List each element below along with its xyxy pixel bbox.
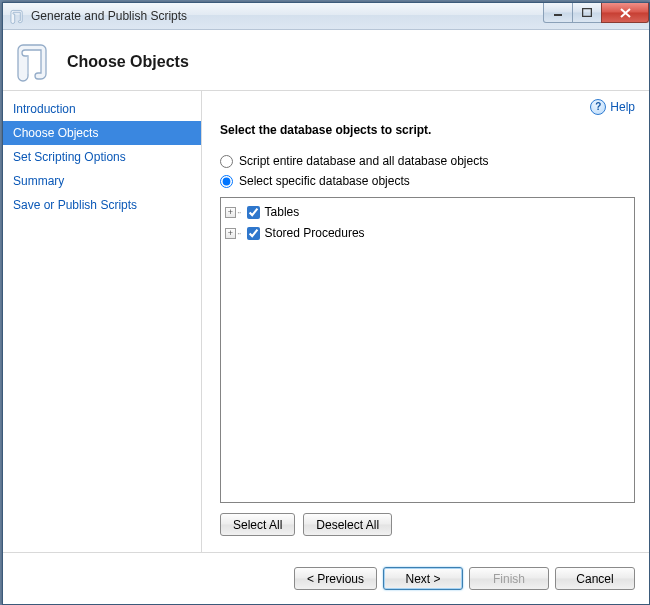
help-icon: ? xyxy=(590,99,606,115)
wizard-footer: < Previous Next > Finish Cancel xyxy=(3,552,649,604)
scroll-icon xyxy=(17,42,53,82)
tree-connector-icon: ·· xyxy=(237,226,241,241)
radio-select-specific-input[interactable] xyxy=(220,175,233,188)
app-scroll-icon xyxy=(9,8,25,24)
select-all-button[interactable]: Select All xyxy=(220,513,295,536)
svg-rect-1 xyxy=(583,9,592,17)
wizard-header: Choose Objects xyxy=(3,30,649,90)
help-link[interactable]: ? Help xyxy=(590,99,635,115)
sidebar-item-save-or-publish-scripts[interactable]: Save or Publish Scripts xyxy=(3,193,201,217)
window-controls xyxy=(544,3,649,23)
svg-rect-0 xyxy=(554,14,562,16)
expand-icon[interactable]: + xyxy=(225,207,236,218)
expand-icon[interactable]: + xyxy=(225,228,236,239)
wizard-window: Generate and Publish Scripts Choose Obje… xyxy=(2,2,650,605)
finish-button[interactable]: Finish xyxy=(469,567,549,590)
object-tree[interactable]: + ·· Tables + ·· Stored Procedures xyxy=(220,197,635,503)
tree-node-stored-procedures[interactable]: + ·· Stored Procedures xyxy=(223,223,632,244)
close-button[interactable] xyxy=(601,3,649,23)
maximize-button[interactable] xyxy=(572,3,602,23)
instruction-text: Select the database objects to script. xyxy=(220,123,635,137)
wizard-body: Introduction Choose Objects Set Scriptin… xyxy=(3,91,649,552)
sidebar-item-summary[interactable]: Summary xyxy=(3,169,201,193)
window-title: Generate and Publish Scripts xyxy=(31,9,187,23)
cancel-button[interactable]: Cancel xyxy=(555,567,635,590)
tree-node-label: Stored Procedures xyxy=(265,226,365,241)
radio-select-specific-label[interactable]: Select specific database objects xyxy=(239,174,410,188)
selection-buttons: Select All Deselect All xyxy=(220,513,635,536)
checkbox-tables[interactable] xyxy=(247,206,260,219)
minimize-button[interactable] xyxy=(543,3,573,23)
page-heading: Choose Objects xyxy=(67,53,189,71)
deselect-all-button[interactable]: Deselect All xyxy=(303,513,392,536)
next-button[interactable]: Next > xyxy=(383,567,463,590)
checkbox-stored-procedures[interactable] xyxy=(247,227,260,240)
sidebar-item-introduction[interactable]: Introduction xyxy=(3,97,201,121)
radio-script-entire-input[interactable] xyxy=(220,155,233,168)
previous-button[interactable]: < Previous xyxy=(294,567,377,590)
tree-node-tables[interactable]: + ·· Tables xyxy=(223,202,632,223)
help-label: Help xyxy=(610,100,635,114)
radio-script-entire-label[interactable]: Script entire database and all database … xyxy=(239,154,489,168)
sidebar-item-set-scripting-options[interactable]: Set Scripting Options xyxy=(3,145,201,169)
radio-script-entire[interactable]: Script entire database and all database … xyxy=(220,154,635,168)
radio-select-specific[interactable]: Select specific database objects xyxy=(220,174,635,188)
wizard-content: ? Help Select the database objects to sc… xyxy=(202,91,649,552)
titlebar: Generate and Publish Scripts xyxy=(3,3,649,30)
tree-node-label: Tables xyxy=(265,205,300,220)
wizard-sidebar: Introduction Choose Objects Set Scriptin… xyxy=(3,91,202,552)
tree-connector-icon: ·· xyxy=(237,205,241,220)
sidebar-item-choose-objects[interactable]: Choose Objects xyxy=(3,121,201,145)
